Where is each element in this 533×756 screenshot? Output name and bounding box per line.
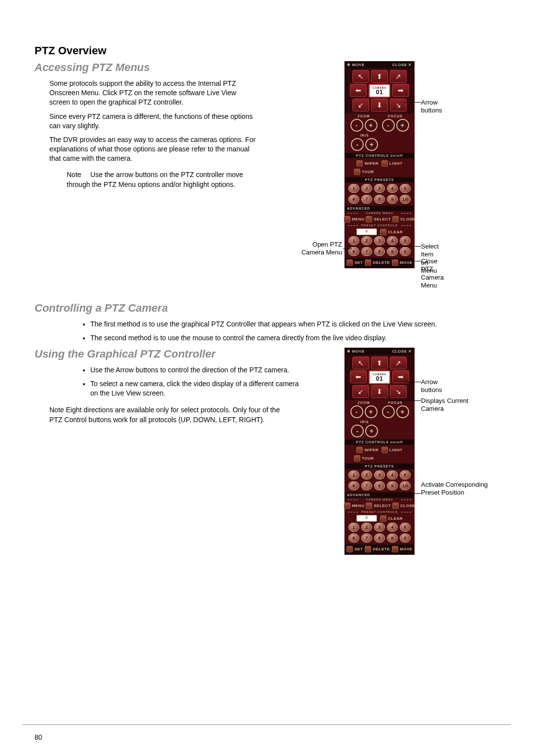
preset-button[interactable]: 7 <box>361 195 372 204</box>
arrow-left-button[interactable]: ⬅ <box>350 370 367 383</box>
arrow-up-button[interactable]: ⬆ <box>371 357 388 369</box>
preset-button[interactable]: 2 <box>361 470 372 479</box>
arrow-down-left-button[interactable]: ↙ <box>352 99 369 111</box>
numpad-button[interactable]: 9 <box>387 534 398 542</box>
numpad-button[interactable]: 2 <box>361 523 372 532</box>
numpad-button[interactable]: 0 <box>400 534 411 542</box>
heading-using-graphical-ptz: Using the Graphical PTZ Controller <box>35 348 498 360</box>
clear-button[interactable]: CLEAR <box>380 229 403 235</box>
ptz-move-handle[interactable]: ✥ MOVE <box>347 349 365 354</box>
set-button[interactable]: SET <box>346 259 363 266</box>
focus-label: FOCUS <box>382 401 409 404</box>
arrow-left-button[interactable]: ⬅ <box>350 84 367 97</box>
arrow-up-right-button[interactable]: ↗ <box>390 357 407 369</box>
callout-displays-current-camera: Displays Current Camera <box>421 397 485 413</box>
arrow-down-button[interactable]: ⬇ <box>371 99 388 111</box>
close-menu-button[interactable]: CLOSE <box>392 216 415 222</box>
zoom-in-button[interactable]: + <box>365 405 378 418</box>
numpad-button[interactable]: 4 <box>387 236 398 245</box>
numpad-button[interactable]: 1 <box>348 523 359 532</box>
numpad-button[interactable]: 8 <box>374 247 385 256</box>
preset-button[interactable]: 7 <box>361 481 372 490</box>
menu-button[interactable]: MENU <box>344 503 365 509</box>
zoom-in-button[interactable]: + <box>365 119 378 132</box>
preset-button[interactable]: 5 <box>400 470 411 479</box>
preset-button[interactable]: 9 <box>387 481 398 490</box>
preset-button[interactable]: 10 <box>400 195 411 204</box>
numpad-button[interactable]: 6 <box>348 534 359 542</box>
arrow-up-right-button[interactable]: ↗ <box>390 70 407 83</box>
delete-button[interactable]: DELETE <box>365 259 390 266</box>
ptz-controller-panel[interactable]: ✥ MOVE CLOSE ✕ ↖ ⬆ ↗ ⬅ CAMERA 01 <box>344 348 415 555</box>
preset-button[interactable]: 8 <box>374 195 385 204</box>
preset-input[interactable]: 0 <box>356 228 377 235</box>
callout-open-ptz-menu: Open PTZ Camera Menu <box>298 241 342 257</box>
move-button[interactable]: MOVE <box>392 546 413 552</box>
iris-close-button[interactable]: - <box>351 425 364 437</box>
heading-ptz-overview: PTZ Overview <box>35 44 498 57</box>
ptz-close-button[interactable]: CLOSE ✕ <box>392 63 412 67</box>
ptz-close-button[interactable]: CLOSE ✕ <box>392 349 412 354</box>
numpad-button[interactable]: 4 <box>387 523 398 532</box>
arrow-down-right-button[interactable]: ↘ <box>390 385 407 398</box>
preset-button[interactable]: 4 <box>387 184 398 193</box>
preset-input[interactable]: 0 <box>356 515 377 522</box>
numpad-button[interactable]: 7 <box>361 247 372 256</box>
iris-open-button[interactable]: + <box>365 138 378 151</box>
preset-button[interactable]: 5 <box>400 184 411 193</box>
zoom-out-button[interactable]: - <box>350 119 363 132</box>
menu-button[interactable]: MENU <box>344 216 365 222</box>
zoom-out-button[interactable]: - <box>350 405 363 418</box>
focus-out-button[interactable]: - <box>382 405 395 418</box>
ptz-move-handle[interactable]: ✥ MOVE <box>347 63 365 67</box>
focus-out-button[interactable]: - <box>382 119 395 132</box>
arrow-down-right-button[interactable]: ↘ <box>390 99 407 111</box>
preset-button[interactable]: 8 <box>374 481 385 490</box>
set-button[interactable]: SET <box>346 546 363 552</box>
preset-button[interactable]: 4 <box>387 470 398 479</box>
focus-in-button[interactable]: + <box>396 405 409 418</box>
move-button[interactable]: MOVE <box>392 259 413 266</box>
numpad-button[interactable]: 0 <box>400 247 411 256</box>
arrow-down-left-button[interactable]: ↙ <box>352 385 369 398</box>
preset-button[interactable]: 9 <box>387 195 398 204</box>
preset-button[interactable]: 10 <box>400 481 411 490</box>
iris-close-button[interactable]: - <box>351 138 364 151</box>
focus-in-button[interactable]: + <box>396 119 409 132</box>
arrow-right-button[interactable]: ➡ <box>392 84 409 97</box>
light-toggle[interactable]: LIGHT <box>381 447 403 453</box>
tour-toggle[interactable]: TOUR <box>354 169 374 175</box>
select-button[interactable]: SELECT <box>366 503 391 509</box>
preset-button[interactable]: 6 <box>348 481 359 490</box>
numpad-button[interactable]: 1 <box>348 236 359 245</box>
delete-button[interactable]: DELETE <box>365 546 390 552</box>
close-menu-button[interactable]: CLOSE <box>392 503 415 509</box>
numpad-button[interactable]: 5 <box>400 523 411 532</box>
wiper-toggle[interactable]: WIPER <box>356 160 379 167</box>
preset-button[interactable]: 1 <box>348 470 359 479</box>
tour-toggle[interactable]: TOUR <box>354 455 374 462</box>
numpad-button[interactable]: 5 <box>400 236 411 245</box>
ptz-controller-panel[interactable]: ✥ MOVE CLOSE ✕ ↖ ⬆ ↗ ⬅ CAMERA 01 <box>344 61 415 268</box>
light-toggle[interactable]: LIGHT <box>381 160 403 167</box>
numpad-button[interactable]: 7 <box>361 534 372 542</box>
clear-button[interactable]: CLEAR <box>380 515 403 522</box>
numpad-button[interactable]: 2 <box>361 236 372 245</box>
preset-button[interactable]: 1 <box>348 184 359 193</box>
preset-button[interactable]: 3 <box>374 470 385 479</box>
numpad-button[interactable]: 8 <box>374 534 385 542</box>
wiper-toggle[interactable]: WIPER <box>356 447 379 453</box>
numpad-button[interactable]: 3 <box>374 236 385 245</box>
arrow-down-button[interactable]: ⬇ <box>371 385 388 398</box>
arrow-up-left-button[interactable]: ↖ <box>352 70 369 83</box>
numpad-button[interactable]: 3 <box>374 523 385 532</box>
preset-button[interactable]: 2 <box>361 184 372 193</box>
preset-button[interactable]: 3 <box>374 184 385 193</box>
iris-open-button[interactable]: + <box>365 425 378 437</box>
numpad-button[interactable]: 9 <box>387 247 398 256</box>
arrow-up-left-button[interactable]: ↖ <box>352 357 369 369</box>
preset-button[interactable]: 6 <box>348 195 359 204</box>
select-button[interactable]: SELECT <box>366 216 391 222</box>
arrow-up-button[interactable]: ⬆ <box>371 70 388 83</box>
paragraph: Since every PTZ camera is different, the… <box>49 112 257 131</box>
